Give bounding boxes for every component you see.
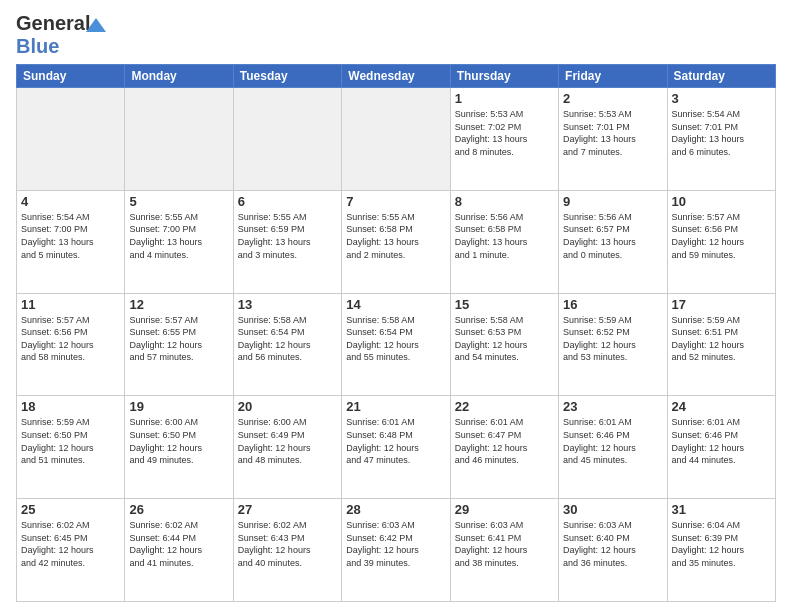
day-number: 12 — [129, 297, 228, 312]
day-info: Sunrise: 5:57 AM Sunset: 6:56 PM Dayligh… — [672, 211, 771, 261]
day-number: 19 — [129, 399, 228, 414]
calendar-cell: 14Sunrise: 5:58 AM Sunset: 6:54 PM Dayli… — [342, 293, 450, 396]
calendar-cell: 2Sunrise: 5:53 AM Sunset: 7:01 PM Daylig… — [559, 88, 667, 191]
calendar-cell — [233, 88, 341, 191]
day-info: Sunrise: 5:54 AM Sunset: 7:00 PM Dayligh… — [21, 211, 120, 261]
calendar-cell: 3Sunrise: 5:54 AM Sunset: 7:01 PM Daylig… — [667, 88, 775, 191]
header-row: SundayMondayTuesdayWednesdayThursdayFrid… — [17, 65, 776, 88]
day-number: 27 — [238, 502, 337, 517]
calendar-cell: 25Sunrise: 6:02 AM Sunset: 6:45 PM Dayli… — [17, 499, 125, 602]
day-info: Sunrise: 6:03 AM Sunset: 6:42 PM Dayligh… — [346, 519, 445, 569]
day-number: 15 — [455, 297, 554, 312]
day-info: Sunrise: 6:00 AM Sunset: 6:49 PM Dayligh… — [238, 416, 337, 466]
calendar-cell — [342, 88, 450, 191]
calendar-cell: 5Sunrise: 5:55 AM Sunset: 7:00 PM Daylig… — [125, 190, 233, 293]
day-header-friday: Friday — [559, 65, 667, 88]
day-info: Sunrise: 5:59 AM Sunset: 6:50 PM Dayligh… — [21, 416, 120, 466]
day-info: Sunrise: 5:53 AM Sunset: 7:02 PM Dayligh… — [455, 108, 554, 158]
day-header-tuesday: Tuesday — [233, 65, 341, 88]
page: General Blue SundayMondayTuesdayWednesda… — [0, 0, 792, 612]
day-info: Sunrise: 6:01 AM Sunset: 6:48 PM Dayligh… — [346, 416, 445, 466]
calendar-cell — [125, 88, 233, 191]
calendar-cell: 24Sunrise: 6:01 AM Sunset: 6:46 PM Dayli… — [667, 396, 775, 499]
calendar-cell: 31Sunrise: 6:04 AM Sunset: 6:39 PM Dayli… — [667, 499, 775, 602]
day-number: 17 — [672, 297, 771, 312]
calendar-cell: 8Sunrise: 5:56 AM Sunset: 6:58 PM Daylig… — [450, 190, 558, 293]
day-info: Sunrise: 5:53 AM Sunset: 7:01 PM Dayligh… — [563, 108, 662, 158]
day-number: 10 — [672, 194, 771, 209]
day-info: Sunrise: 6:04 AM Sunset: 6:39 PM Dayligh… — [672, 519, 771, 569]
day-number: 4 — [21, 194, 120, 209]
calendar-cell: 10Sunrise: 5:57 AM Sunset: 6:56 PM Dayli… — [667, 190, 775, 293]
calendar-week-0: 1Sunrise: 5:53 AM Sunset: 7:02 PM Daylig… — [17, 88, 776, 191]
calendar-cell: 19Sunrise: 6:00 AM Sunset: 6:50 PM Dayli… — [125, 396, 233, 499]
calendar-cell: 27Sunrise: 6:02 AM Sunset: 6:43 PM Dayli… — [233, 499, 341, 602]
calendar-cell: 22Sunrise: 6:01 AM Sunset: 6:47 PM Dayli… — [450, 396, 558, 499]
calendar-body: 1Sunrise: 5:53 AM Sunset: 7:02 PM Daylig… — [17, 88, 776, 602]
calendar-cell: 30Sunrise: 6:03 AM Sunset: 6:40 PM Dayli… — [559, 499, 667, 602]
logo-general: General — [16, 12, 90, 35]
day-info: Sunrise: 6:01 AM Sunset: 6:46 PM Dayligh… — [563, 416, 662, 466]
calendar-cell: 20Sunrise: 6:00 AM Sunset: 6:49 PM Dayli… — [233, 396, 341, 499]
day-info: Sunrise: 6:02 AM Sunset: 6:44 PM Dayligh… — [129, 519, 228, 569]
day-info: Sunrise: 5:55 AM Sunset: 6:58 PM Dayligh… — [346, 211, 445, 261]
day-number: 8 — [455, 194, 554, 209]
day-info: Sunrise: 5:59 AM Sunset: 6:52 PM Dayligh… — [563, 314, 662, 364]
day-number: 20 — [238, 399, 337, 414]
day-number: 29 — [455, 502, 554, 517]
calendar-cell: 9Sunrise: 5:56 AM Sunset: 6:57 PM Daylig… — [559, 190, 667, 293]
day-info: Sunrise: 5:58 AM Sunset: 6:53 PM Dayligh… — [455, 314, 554, 364]
logo-blue: Blue — [16, 35, 59, 58]
calendar-cell: 7Sunrise: 5:55 AM Sunset: 6:58 PM Daylig… — [342, 190, 450, 293]
calendar-week-4: 25Sunrise: 6:02 AM Sunset: 6:45 PM Dayli… — [17, 499, 776, 602]
day-number: 31 — [672, 502, 771, 517]
day-number: 22 — [455, 399, 554, 414]
day-info: Sunrise: 5:55 AM Sunset: 7:00 PM Dayligh… — [129, 211, 228, 261]
day-info: Sunrise: 5:59 AM Sunset: 6:51 PM Dayligh… — [672, 314, 771, 364]
day-info: Sunrise: 5:54 AM Sunset: 7:01 PM Dayligh… — [672, 108, 771, 158]
day-header-monday: Monday — [125, 65, 233, 88]
calendar-cell: 4Sunrise: 5:54 AM Sunset: 7:00 PM Daylig… — [17, 190, 125, 293]
day-info: Sunrise: 6:02 AM Sunset: 6:43 PM Dayligh… — [238, 519, 337, 569]
day-number: 26 — [129, 502, 228, 517]
day-number: 25 — [21, 502, 120, 517]
day-number: 24 — [672, 399, 771, 414]
calendar-week-1: 4Sunrise: 5:54 AM Sunset: 7:00 PM Daylig… — [17, 190, 776, 293]
calendar-cell: 11Sunrise: 5:57 AM Sunset: 6:56 PM Dayli… — [17, 293, 125, 396]
day-header-saturday: Saturday — [667, 65, 775, 88]
day-info: Sunrise: 5:57 AM Sunset: 6:55 PM Dayligh… — [129, 314, 228, 364]
day-header-sunday: Sunday — [17, 65, 125, 88]
day-info: Sunrise: 6:03 AM Sunset: 6:40 PM Dayligh… — [563, 519, 662, 569]
day-info: Sunrise: 5:58 AM Sunset: 6:54 PM Dayligh… — [346, 314, 445, 364]
day-number: 30 — [563, 502, 662, 517]
calendar-week-3: 18Sunrise: 5:59 AM Sunset: 6:50 PM Dayli… — [17, 396, 776, 499]
day-info: Sunrise: 5:57 AM Sunset: 6:56 PM Dayligh… — [21, 314, 120, 364]
day-number: 2 — [563, 91, 662, 106]
day-info: Sunrise: 5:56 AM Sunset: 6:57 PM Dayligh… — [563, 211, 662, 261]
day-number: 21 — [346, 399, 445, 414]
calendar-cell: 12Sunrise: 5:57 AM Sunset: 6:55 PM Dayli… — [125, 293, 233, 396]
day-number: 14 — [346, 297, 445, 312]
day-info: Sunrise: 6:01 AM Sunset: 6:47 PM Dayligh… — [455, 416, 554, 466]
calendar-header: SundayMondayTuesdayWednesdayThursdayFrid… — [17, 65, 776, 88]
calendar-cell — [17, 88, 125, 191]
calendar-cell: 21Sunrise: 6:01 AM Sunset: 6:48 PM Dayli… — [342, 396, 450, 499]
calendar-cell: 26Sunrise: 6:02 AM Sunset: 6:44 PM Dayli… — [125, 499, 233, 602]
calendar-cell: 13Sunrise: 5:58 AM Sunset: 6:54 PM Dayli… — [233, 293, 341, 396]
day-info: Sunrise: 5:55 AM Sunset: 6:59 PM Dayligh… — [238, 211, 337, 261]
logo: General Blue — [16, 12, 90, 58]
calendar-cell: 29Sunrise: 6:03 AM Sunset: 6:41 PM Dayli… — [450, 499, 558, 602]
calendar-cell: 6Sunrise: 5:55 AM Sunset: 6:59 PM Daylig… — [233, 190, 341, 293]
day-info: Sunrise: 5:58 AM Sunset: 6:54 PM Dayligh… — [238, 314, 337, 364]
day-number: 28 — [346, 502, 445, 517]
calendar-cell: 16Sunrise: 5:59 AM Sunset: 6:52 PM Dayli… — [559, 293, 667, 396]
calendar-cell: 1Sunrise: 5:53 AM Sunset: 7:02 PM Daylig… — [450, 88, 558, 191]
day-info: Sunrise: 5:56 AM Sunset: 6:58 PM Dayligh… — [455, 211, 554, 261]
day-header-wednesday: Wednesday — [342, 65, 450, 88]
calendar-week-2: 11Sunrise: 5:57 AM Sunset: 6:56 PM Dayli… — [17, 293, 776, 396]
day-number: 18 — [21, 399, 120, 414]
day-info: Sunrise: 6:02 AM Sunset: 6:45 PM Dayligh… — [21, 519, 120, 569]
day-info: Sunrise: 6:01 AM Sunset: 6:46 PM Dayligh… — [672, 416, 771, 466]
day-number: 9 — [563, 194, 662, 209]
calendar-cell: 17Sunrise: 5:59 AM Sunset: 6:51 PM Dayli… — [667, 293, 775, 396]
